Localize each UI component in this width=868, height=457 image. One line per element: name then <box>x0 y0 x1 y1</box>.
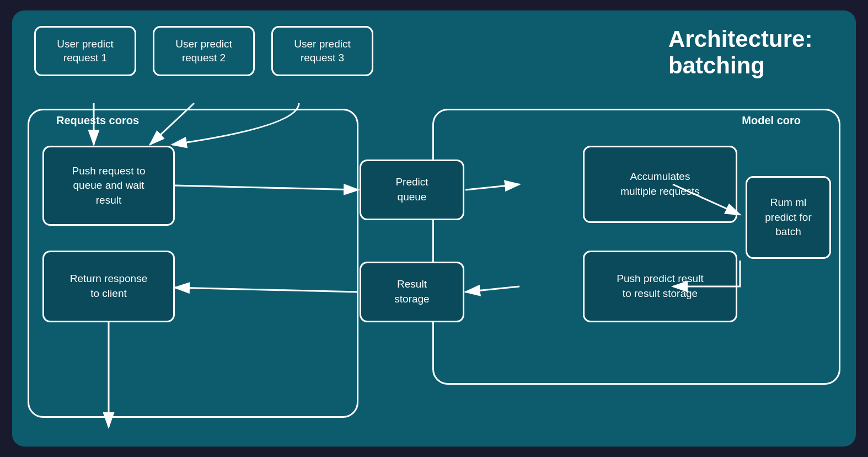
title-line1: Architecture: <box>668 26 812 52</box>
main-diagram: Architecture: batching User predict requ… <box>12 10 856 447</box>
return-response-box: Return response to client <box>42 251 175 322</box>
accumulates-box: Accumulates multiple requests <box>583 146 737 223</box>
request-box-3: User predict request 3 <box>271 26 373 76</box>
run-ml-box: Rum ml predict for batch <box>746 176 831 259</box>
model-coro-label: Model coro <box>742 114 801 127</box>
requests-coros-label: Requests coros <box>56 114 139 127</box>
request-box-1: User predict request 1 <box>34 26 136 76</box>
push-predict-box: Push predict result to result storage <box>583 251 737 322</box>
predict-queue-box: Predict queue <box>360 160 464 220</box>
result-storage-box: Result storage <box>360 262 464 322</box>
title-line2: batching <box>668 52 765 78</box>
top-requests-group: User predict request 1 User predict requ… <box>34 26 373 76</box>
push-request-box: Push request to queue and wait result <box>42 146 175 226</box>
diagram-title: Architecture: batching <box>668 26 834 79</box>
request-box-2: User predict request 2 <box>153 26 255 76</box>
